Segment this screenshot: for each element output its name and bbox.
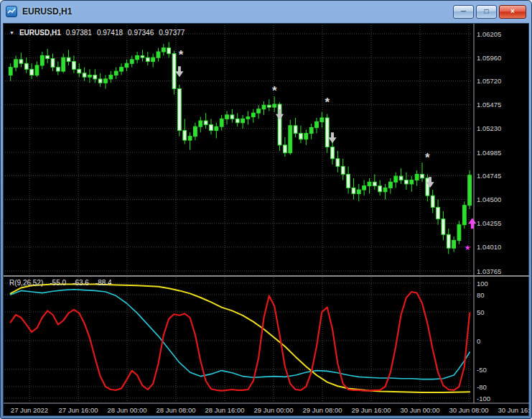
indicator-lines bbox=[11, 285, 470, 392]
svg-text:*: * bbox=[325, 96, 330, 109]
indicator-value-3: -88.4 bbox=[95, 279, 112, 287]
svg-text:1.05230: 1.05230 bbox=[477, 124, 501, 132]
open-value: 0.97381 bbox=[66, 29, 92, 37]
svg-text:-80: -80 bbox=[477, 383, 487, 391]
svg-text:100: 100 bbox=[477, 280, 488, 287]
svg-text:1.04745: 1.04745 bbox=[477, 172, 501, 180]
svg-text:0: 0 bbox=[477, 337, 480, 345]
price-axis[interactable]: 1.062051.059601.057201.054751.052301.049… bbox=[477, 30, 501, 275]
svg-text:1.03765: 1.03765 bbox=[477, 267, 501, 275]
svg-text:28 Jun 00:00: 28 Jun 00:00 bbox=[108, 406, 147, 414]
svg-text:1.04500: 1.04500 bbox=[477, 195, 501, 203]
svg-text:1.04255: 1.04255 bbox=[477, 219, 501, 227]
high-value: 0.97418 bbox=[97, 29, 123, 37]
svg-text:*: * bbox=[179, 48, 184, 62]
svg-text:*: * bbox=[425, 151, 430, 165]
svg-text:28 Jun 16:00: 28 Jun 16:00 bbox=[205, 406, 245, 414]
close-value: 0.97377 bbox=[159, 29, 185, 37]
window-controls: ─ □ × bbox=[453, 5, 526, 19]
svg-text:★: ★ bbox=[465, 244, 471, 252]
svg-text:50: 50 bbox=[477, 308, 485, 316]
mt4-chart-window: EURUSD,H1 ─ □ × ****★1.062051.059601.057… bbox=[0, 0, 532, 419]
svg-text:29 Jun 00:00: 29 Jun 00:00 bbox=[254, 406, 294, 414]
chart-grid bbox=[5, 25, 472, 402]
indicator-value-2: -63.6 bbox=[73, 279, 89, 287]
indicator-label: R(9,26,52) -55.0 -63.6 -88.4 bbox=[9, 279, 112, 287]
quote-line: ▼ EURUSD,H1 0.97381 0.97418 0.97346 0.97… bbox=[9, 29, 185, 37]
candles bbox=[9, 42, 471, 254]
chart-canvas[interactable]: ****★1.062051.059601.057201.054751.05230… bbox=[4, 24, 530, 417]
close-button[interactable]: × bbox=[499, 5, 526, 19]
svg-text:80: 80 bbox=[477, 291, 485, 299]
svg-text:27 Jun 16:00: 27 Jun 16:00 bbox=[59, 406, 98, 414]
svg-text:29 Jun 16:00: 29 Jun 16:00 bbox=[352, 406, 391, 414]
svg-text:1.04010: 1.04010 bbox=[477, 243, 501, 251]
chart-client-area: ****★1.062051.059601.057201.054751.05230… bbox=[3, 23, 529, 416]
svg-text:29 Jun 08:00: 29 Jun 08:00 bbox=[303, 406, 342, 414]
svg-text:*: * bbox=[272, 84, 277, 98]
signal-markers: ****★ bbox=[175, 48, 476, 252]
chevron-down-icon[interactable]: ▼ bbox=[9, 30, 14, 35]
svg-text:1.05960: 1.05960 bbox=[477, 54, 501, 62]
indicator-value-1: -55.0 bbox=[50, 279, 66, 287]
svg-text:30 Jun 16:00: 30 Jun 16:00 bbox=[498, 406, 530, 414]
indicator-axis[interactable]: 10080500-50-80-100 bbox=[477, 280, 490, 402]
window-titlebar[interactable]: EURUSD,H1 ─ □ × bbox=[1, 1, 531, 22]
svg-text:30 Jun 00:00: 30 Jun 00:00 bbox=[401, 406, 440, 414]
maximize-button[interactable]: □ bbox=[476, 5, 497, 19]
app-icon[interactable] bbox=[6, 6, 17, 17]
low-value: 0.97346 bbox=[128, 29, 154, 37]
symbol-label: EURUSD,H1 bbox=[19, 29, 61, 37]
svg-text:30 Jun 08:00: 30 Jun 08:00 bbox=[449, 406, 489, 414]
indicator-name: R(9,26,52) bbox=[9, 279, 43, 287]
svg-text:-50: -50 bbox=[477, 366, 487, 374]
window-title: EURUSD,H1 bbox=[22, 6, 72, 17]
svg-text:1.04985: 1.04985 bbox=[477, 149, 501, 157]
time-axis[interactable]: 27 Jun 202227 Jun 16:0028 Jun 00:0028 Ju… bbox=[11, 406, 530, 414]
svg-text:1.05720: 1.05720 bbox=[477, 77, 501, 85]
minimize-button[interactable]: ─ bbox=[453, 5, 474, 19]
svg-text:28 Jun 08:00: 28 Jun 08:00 bbox=[157, 406, 196, 414]
svg-text:1.06205: 1.06205 bbox=[477, 30, 501, 38]
svg-text:1.05475: 1.05475 bbox=[477, 101, 501, 109]
svg-text:27 Jun 2022: 27 Jun 2022 bbox=[11, 406, 48, 414]
svg-text:-100: -100 bbox=[477, 395, 490, 402]
